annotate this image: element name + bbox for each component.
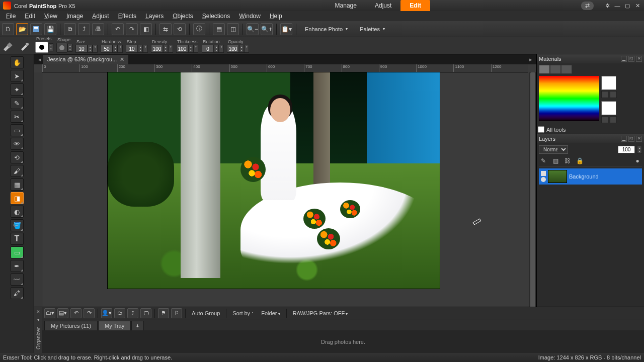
shape-tool[interactable]: ▭ [11,246,24,258]
org-rawjpg-dropdown[interactable]: RAW/JPG Pars: OFF [290,310,351,316]
menu-selections[interactable]: Selections [198,12,234,21]
color-rainbow-picker[interactable] [539,76,599,121]
menu-edit[interactable]: Edit [21,12,39,21]
dropper-tool[interactable]: ✎ [11,97,24,109]
menu-adjust[interactable]: Adjust [88,12,113,21]
zoomout-button[interactable]: 🔍− [247,23,259,35]
menu-view[interactable]: View [40,12,61,21]
fill-tool[interactable]: 🪣 [11,219,24,231]
layers-float-icon[interactable]: ◱ [628,136,634,142]
organizer-close-icon[interactable]: ✕ [36,309,40,314]
layer-opacity-input[interactable] [618,146,635,153]
layer-opacity-spin[interactable]: ▴▾ [637,146,642,154]
org-places-button[interactable]: 🗂 [114,308,125,318]
preset-dropdown[interactable]: ▴▾ [48,43,53,51]
palettes-dropdown[interactable]: Palettes [355,24,390,34]
pen-tool[interactable]: ✒ [11,260,24,272]
menu-help[interactable]: Help [266,12,286,21]
rotation-spin[interactable]: ▴▾ [214,45,219,53]
org-tab-add[interactable]: + [131,321,143,330]
organizer-drop-area[interactable]: Drag photos here. [42,330,644,353]
paste-button[interactable]: 📋▾ [280,23,292,35]
layers-min-icon[interactable]: ▁ [621,136,627,142]
crop-tool[interactable]: ✂ [11,111,24,123]
minimize-button[interactable]: — [614,3,621,9]
org-tab-mypictures[interactable]: My Pictures (11) [44,321,98,330]
tab-edit[interactable]: Edit [400,0,430,11]
layer-fx-icon[interactable]: ✎ [540,157,547,164]
layer-styles-icon[interactable]: ● [634,157,641,164]
zoomin-button[interactable]: 🔍+ [261,23,273,35]
eraser-tool[interactable]: ◨ [11,192,24,204]
layer-row-background[interactable]: Background [539,168,642,185]
org-rotright-button[interactable]: ↷ [84,308,95,318]
revert-button[interactable]: ⟲ [174,23,186,35]
org-share-button[interactable]: ⤴ [127,308,138,318]
settings-icon[interactable]: ✲ [604,3,611,9]
step-spin[interactable]: ▴▾ [138,45,143,53]
rotation-input[interactable] [202,45,214,53]
menu-objects[interactable]: Objects [169,12,197,21]
org-browse-button[interactable]: 🗀▾ [44,308,55,318]
selection-tool[interactable]: ▦ [11,178,24,191]
tab-scroll-right[interactable]: ▸ [527,56,534,63]
paintbrush-tool[interactable]: 🖌 [11,165,24,177]
shape-dropdown[interactable]: ▴▾ [67,44,72,52]
panel-close-icon[interactable]: ✕ [636,56,642,62]
share-button[interactable]: ⤴ [78,23,90,35]
org-screen-button[interactable]: 🖵 [140,308,151,318]
bg-texture-icon[interactable] [610,116,617,123]
clone-tool[interactable]: ⟲ [11,151,24,163]
org-people-button[interactable]: 👤▾ [101,308,112,318]
menu-file[interactable]: File [2,12,20,21]
canvas-button[interactable]: ◫ [227,23,239,35]
document-tab-close[interactable]: ✕ [120,56,124,63]
fg-texture-icon[interactable] [610,91,617,98]
tab-adjust[interactable]: Adjust [366,0,400,11]
enhance-photo-dropdown[interactable]: Enhance Photo [300,24,353,34]
density-spin[interactable]: ▴▾ [163,45,168,53]
tab-scroll-left[interactable]: ◂ [36,56,43,63]
layers-close-icon[interactable]: ✕ [636,136,642,142]
menu-image[interactable]: Image [62,12,87,21]
density-input[interactable] [151,45,163,53]
preset-picker[interactable] [35,42,48,53]
size-spin[interactable]: ▴▾ [88,45,93,53]
size-input[interactable] [75,45,88,53]
pointer-tool[interactable]: ➤ [11,70,24,82]
new-button[interactable]: 🗋 [2,23,14,35]
undo-button[interactable]: ↶ [112,23,124,35]
maximize-button[interactable]: ▢ [624,3,631,9]
menu-layers[interactable]: Layers [141,12,168,21]
thickness-input[interactable] [176,45,188,53]
blend-mode-select[interactable]: Normal [539,145,568,154]
close-button[interactable]: ✕ [634,3,641,9]
resize-button[interactable]: ▤ [213,23,225,35]
warp-tool[interactable]: 〰 [11,274,24,286]
saveas-button[interactable]: 💾 [44,23,56,35]
connect-button[interactable]: ⇆ [159,23,172,35]
window-dualmonitor-button[interactable]: ⇄ [581,2,594,10]
opacity-spin[interactable]: ▴▾ [239,45,244,53]
materials-tab-swatches[interactable] [550,65,561,74]
org-flag1-button[interactable]: ⚑ [158,308,169,318]
layer-lock-icon[interactable]: 🔒 [576,157,583,164]
redeye-tool[interactable]: 👁 [11,138,24,150]
menu-effects[interactable]: Effects [114,12,140,21]
layer-visibility-eye-icon[interactable] [541,177,546,182]
history-button[interactable]: ◧ [140,23,152,35]
print-button[interactable]: 🖶 [92,23,104,35]
shape-picker[interactable] [56,43,67,53]
fg-style-icon[interactable] [601,91,608,98]
org-tab-mytray[interactable]: My Tray [98,321,131,330]
document-tab[interactable]: Jessica @ 63% (Backgrou... ✕ [43,55,128,64]
hardness-input[interactable] [101,45,113,53]
layer-link-icon[interactable]: ⛓ [564,157,571,164]
org-folder-dropdown[interactable]: Folder [258,310,283,316]
all-tools-checkbox[interactable] [538,126,544,133]
info-button[interactable]: ⓘ [193,23,205,35]
background-swatch[interactable] [601,101,616,115]
perspective-tool[interactable]: ▭ [11,124,24,136]
pan-tool[interactable]: ✋ [11,56,24,68]
organizer-collapse-icon[interactable]: ▾ [37,317,40,322]
